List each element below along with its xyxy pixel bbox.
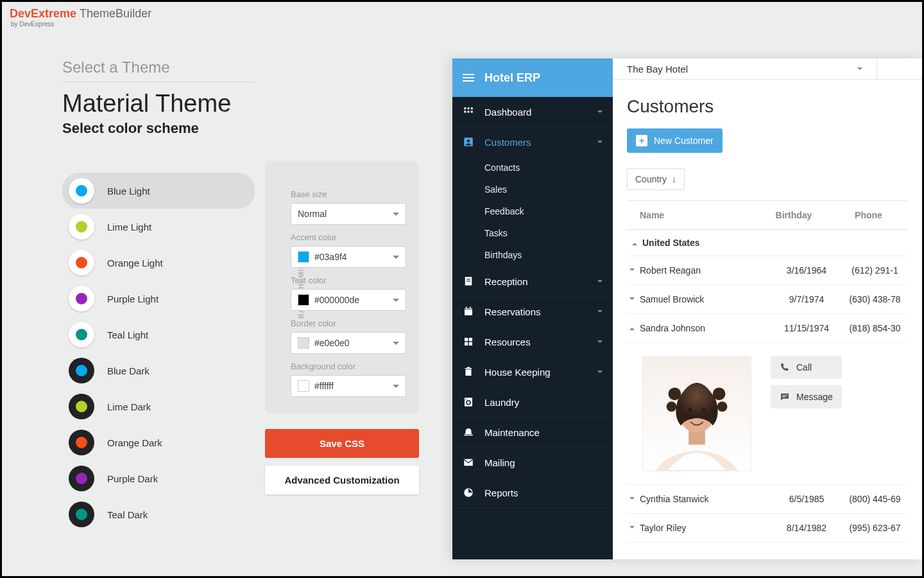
nav-label: Customers [484, 137, 531, 148]
border-color-swatch [298, 337, 309, 349]
bg-color-picker[interactable]: #ffffff [291, 375, 406, 397]
col-name[interactable]: Name [627, 210, 758, 220]
arrow-down-icon: ↓ [672, 174, 676, 184]
svg-rect-5 [471, 111, 473, 113]
svg-point-35 [702, 408, 706, 412]
scheme-label: Teal Dark [107, 509, 148, 520]
page-title: Material Theme [62, 90, 255, 118]
nav-label: Maintenance [484, 427, 540, 438]
nav-item-reports[interactable]: Reports [452, 478, 613, 508]
scheme-lime-light[interactable]: Lime Light [62, 209, 255, 245]
preview-app: Hotel ERP DashboardCustomersContactsSale… [452, 58, 922, 559]
nav-item-reception[interactable]: Reception [452, 267, 613, 297]
nav-label: Reports [484, 487, 518, 498]
chevron-up-icon [632, 240, 637, 245]
nav-item-resources[interactable]: Resources [452, 327, 613, 357]
nav-label: House Keeping [484, 367, 551, 378]
new-customer-button[interactable]: + New Customer [627, 128, 723, 153]
group-chip-country[interactable]: Country ↓ [627, 168, 685, 190]
nav-sub-tasks[interactable]: Tasks [452, 223, 613, 245]
scheme-orange-dark[interactable]: Orange Dark [62, 425, 255, 460]
table-row[interactable]: Taylor Riley8/14/1982(995) 623-67 [627, 514, 908, 543]
nav-item-house-keeping[interactable]: House Keeping [452, 357, 613, 387]
bg-color-swatch [298, 380, 309, 392]
hamburger-icon[interactable] [463, 74, 474, 82]
nav-item-laundry[interactable]: Laundry [452, 387, 613, 417]
base-size-label: Base size [291, 189, 406, 199]
text-color-swatch [298, 294, 309, 306]
cell-name: Cynthia Stanwick [640, 494, 771, 504]
scheme-label: Teal Light [107, 329, 148, 340]
message-icon [780, 392, 790, 402]
scheme-blue-dark[interactable]: Blue Dark [62, 353, 255, 389]
table-row[interactable]: Samuel Browick9/7/1974(630) 438-78 [627, 285, 908, 314]
logo-brand-right: Extreme [31, 7, 76, 20]
cell-name: Samuel Browick [640, 294, 771, 304]
scheme-blue-light[interactable]: Blue Light [62, 173, 255, 209]
message-button[interactable]: Message [771, 385, 842, 408]
chevron-down-icon [597, 308, 603, 315]
scheme-purple-dark[interactable]: Purple Dark [62, 460, 255, 496]
text-color-label: Text color [291, 276, 406, 285]
nav-item-maintenance[interactable]: Maintenance [452, 417, 613, 448]
cell-birthday: 11/15/1974 [771, 323, 842, 333]
nav-item-reservations[interactable]: Reservations [452, 297, 613, 327]
cell-name: Robert Reagan [640, 265, 771, 276]
col-phone[interactable]: Phone [829, 210, 908, 220]
page-subtitle: Select color scheme [62, 120, 255, 137]
nav-item-mailing[interactable]: Mailing [452, 448, 613, 478]
save-css-button[interactable]: Save CSS [265, 429, 419, 458]
breadcrumb[interactable]: Select a Theme [62, 58, 255, 76]
scheme-label: Lime Light [107, 222, 151, 232]
cell-birthday: 8/14/1982 [771, 523, 842, 533]
svg-point-23 [467, 401, 470, 405]
scheme-teal-light[interactable]: Teal Light [62, 317, 255, 353]
scheme-orange-light[interactable]: Orange Light [62, 245, 255, 281]
svg-rect-15 [469, 338, 472, 341]
text-color-picker[interactable]: #000000de [291, 289, 406, 311]
scheme-ring [69, 358, 94, 383]
border-color-label: Border color [291, 319, 406, 328]
table-row[interactable]: Sandra Johnson11/15/1974(818) 854-30 [627, 314, 908, 343]
cell-birthday: 6/5/1985 [771, 494, 842, 504]
table-row[interactable]: Robert Reagan3/16/1964(612) 291-1 [627, 256, 908, 285]
group-row-us[interactable]: United States [627, 230, 908, 256]
hotel-select[interactable]: The Bay Hotel [613, 58, 877, 79]
mail-icon [463, 457, 474, 468]
scheme-dot [76, 509, 87, 520]
svg-point-24 [466, 399, 467, 400]
svg-rect-36 [782, 395, 787, 396]
call-button[interactable]: Call [771, 356, 842, 379]
scheme-purple-light[interactable]: Purple Light [62, 281, 255, 317]
chevron-down-icon [629, 296, 635, 302]
nav-sub-contacts[interactable]: Contacts [452, 157, 613, 179]
nav-item-customers[interactable]: Customers [452, 127, 613, 157]
advanced-customization-button[interactable]: Advanced Customization [265, 466, 419, 495]
nav-item-dashboard[interactable]: Dashboard [452, 97, 613, 127]
scheme-ring [69, 394, 94, 419]
nav-sub-birthdays[interactable]: Birthdays [452, 245, 613, 267]
col-birthday[interactable]: Birthday [758, 210, 829, 220]
accent-color-picker[interactable]: #03a9f4 [291, 246, 406, 268]
svg-rect-25 [464, 435, 473, 436]
scheme-ring [69, 466, 94, 491]
scheme-dot [76, 293, 87, 304]
table-row[interactable]: Cynthia Stanwick6/5/1985(800) 445-69 [627, 485, 908, 514]
cell-phone: (630) 438-78 [842, 294, 908, 304]
svg-rect-26 [464, 459, 473, 466]
scheme-label: Orange Dark [107, 437, 162, 448]
scheme-teal-dark[interactable]: Teal Dark [62, 496, 255, 532]
chevron-down-icon [629, 525, 635, 531]
svg-rect-3 [464, 111, 466, 113]
svg-rect-13 [470, 307, 471, 309]
nav-sub-feedback[interactable]: Feedback [452, 201, 613, 223]
border-color-picker[interactable]: #e0e0e0 [291, 332, 406, 354]
logo-brand-left: Dev [10, 7, 31, 20]
base-size-select[interactable]: Normal [291, 203, 406, 225]
scheme-ring [69, 286, 94, 311]
scheme-dot [76, 329, 87, 340]
chevron-down-icon [597, 338, 603, 345]
nav-sub-sales[interactable]: Sales [452, 179, 613, 201]
svg-rect-19 [465, 368, 472, 369]
scheme-lime-dark[interactable]: Lime Dark [62, 389, 255, 425]
